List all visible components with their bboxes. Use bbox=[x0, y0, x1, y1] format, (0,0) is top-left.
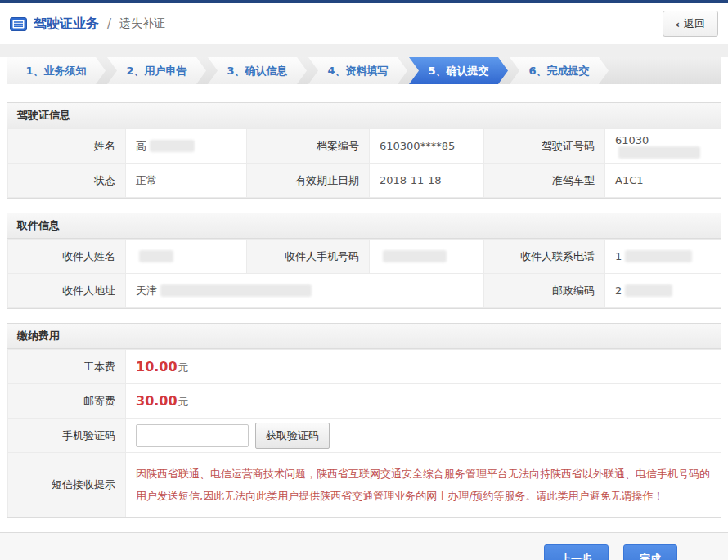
page-title: 驾驶证业务 bbox=[34, 16, 99, 33]
table-row: 收件人姓名收件人手机号码收件人联系电话1 bbox=[8, 240, 721, 274]
captcha-row: 手机验证码获取验证码 bbox=[8, 419, 721, 453]
field-recipient-phone-value: 1 bbox=[615, 250, 622, 262]
field-postage-fee-cell: 30.00元 bbox=[126, 384, 721, 419]
step-1: 1、业务须知 bbox=[7, 57, 106, 84]
redacted-blur bbox=[625, 284, 672, 297]
field-postal-code-label: 邮政编码 bbox=[484, 274, 605, 308]
redacted-blur bbox=[160, 284, 312, 297]
currency-unit: 元 bbox=[178, 396, 189, 408]
field-recipient-name-cell bbox=[126, 240, 247, 274]
previous-step-button[interactable]: 上一步 bbox=[544, 544, 609, 560]
field-name-value: 高 bbox=[136, 140, 146, 152]
field-status-cell: 正常 bbox=[126, 164, 247, 198]
notice-row: 短信接收提示因陕西省联通、电信运营商技术问题，陕西省互联网交通安全综合服务管理平… bbox=[8, 453, 721, 517]
section-title: 驾驶证信息 bbox=[7, 103, 721, 128]
footer-bar: 上一步 完成 bbox=[0, 532, 728, 560]
field-license-number-value: 61030 bbox=[615, 134, 649, 146]
redacted-blur bbox=[625, 250, 692, 262]
field-recipient-phone-label: 收件人联系电话 bbox=[484, 240, 605, 274]
section-title: 取件信息 bbox=[7, 213, 721, 239]
field-recipient-address-cell: 天津 bbox=[126, 274, 484, 308]
get-code-button[interactable]: 获取验证码 bbox=[255, 423, 330, 449]
header-divider bbox=[0, 44, 728, 57]
field-sms-code-label: 手机验证码 bbox=[8, 419, 126, 453]
field-vehicle-class-cell: A1C1 bbox=[605, 164, 721, 198]
field-postage-fee-amount: 30.00 bbox=[136, 393, 178, 409]
field-file-number-label: 档案编号 bbox=[247, 129, 370, 164]
section-1: 驾驶证信息姓名高档案编号610300****85驾驶证号码61030状态正常有效… bbox=[7, 102, 721, 199]
field-recipient-phone-cell: 1 bbox=[605, 240, 721, 274]
page: 驾驶证业务 / 遗失补证 ‹ 返回 1、业务须知2、用户申告3、确认信息4、资料… bbox=[0, 0, 728, 560]
field-status-value: 正常 bbox=[136, 174, 157, 186]
finish-button[interactable]: 完成 bbox=[623, 544, 677, 560]
step-6: 6、完成提交 bbox=[510, 57, 609, 84]
sms-code-input[interactable] bbox=[136, 424, 249, 447]
notice-cell: 因陕西省联通、电信运营商技术问题，陕西省互联网交通安全综合服务管理平台无法向持陕… bbox=[126, 453, 721, 517]
table-row: 收件人地址天津邮政编码2 bbox=[8, 274, 721, 308]
field-name-cell: 高 bbox=[126, 129, 247, 164]
currency-unit: 元 bbox=[178, 361, 189, 374]
main-content: 驾驶证信息姓名高档案编号610300****85驾驶证号码61030状态正常有效… bbox=[0, 84, 728, 532]
step-5: 5、确认提交 bbox=[409, 57, 508, 84]
section-title: 缴纳费用 bbox=[7, 324, 721, 349]
field-vehicle-class-value: A1C1 bbox=[615, 174, 644, 186]
header-bar: 驾驶证业务 / 遗失补证 ‹ 返回 bbox=[0, 3, 728, 44]
field-valid-until-value: 2018-11-18 bbox=[380, 174, 442, 186]
table-row: 姓名高档案编号610300****85驾驶证号码61030 bbox=[8, 129, 721, 164]
field-production-fee-label: 工本费 bbox=[8, 350, 126, 384]
captcha-cell: 获取验证码 bbox=[126, 419, 721, 453]
field-recipient-mobile-label: 收件人手机号码 bbox=[247, 240, 370, 274]
redacted-blur bbox=[139, 250, 173, 262]
field-postal-code-value: 2 bbox=[615, 284, 622, 297]
field-postage-fee-label: 邮寄费 bbox=[8, 384, 126, 419]
field-production-fee-amount: 10.00 bbox=[136, 359, 178, 374]
field-recipient-name-label: 收件人姓名 bbox=[8, 240, 126, 274]
redacted-blur bbox=[383, 250, 447, 262]
fee-row: 工本费10.00元 bbox=[8, 350, 721, 384]
field-license-number-cell: 61030 bbox=[605, 129, 721, 164]
field-postal-code-cell: 2 bbox=[605, 274, 721, 308]
table-row: 状态正常有效期止日期2018-11-18准驾车型A1C1 bbox=[8, 164, 721, 198]
field-name-label: 姓名 bbox=[8, 129, 126, 164]
sms-notice-text: 因陕西省联通、电信运营商技术问题，陕西省互联网交通安全综合服务管理平台无法向持陕… bbox=[136, 463, 711, 507]
field-valid-until-cell: 2018-11-18 bbox=[370, 164, 484, 198]
field-recipient-address-label: 收件人地址 bbox=[8, 274, 126, 308]
redacted-blur bbox=[150, 140, 195, 152]
field-recipient-address-value: 天津 bbox=[136, 284, 157, 297]
wizard-stepper: 1、业务须知2、用户申告3、确认信息4、资料填写5、确认提交6、完成提交 bbox=[7, 57, 721, 84]
step-3: 3、确认信息 bbox=[208, 57, 307, 84]
fee-row: 邮寄费30.00元 bbox=[8, 384, 721, 419]
field-recipient-mobile-cell bbox=[370, 240, 484, 274]
field-license-number-label: 驾驶证号码 bbox=[484, 129, 605, 164]
step-4: 4、资料填写 bbox=[308, 57, 407, 84]
back-button[interactable]: ‹ 返回 bbox=[663, 11, 718, 37]
field-file-number-value: 610300****85 bbox=[380, 140, 455, 152]
breadcrumb: 驾驶证业务 / 遗失补证 bbox=[10, 16, 165, 33]
field-file-number-cell: 610300****85 bbox=[370, 129, 484, 164]
breadcrumb-separator: / bbox=[107, 16, 111, 31]
chevron-left-icon: ‹ bbox=[676, 18, 680, 30]
list-form-icon bbox=[10, 17, 27, 31]
field-sms-notice-label: 短信接收提示 bbox=[8, 453, 126, 517]
redacted-blur bbox=[618, 146, 700, 159]
page-subtitle: 遗失补证 bbox=[119, 16, 165, 31]
field-status-label: 状态 bbox=[8, 164, 126, 198]
back-button-label: 返回 bbox=[684, 16, 705, 31]
field-production-fee-cell: 10.00元 bbox=[126, 350, 721, 384]
field-vehicle-class-label: 准驾车型 bbox=[484, 164, 605, 198]
section-2: 取件信息收件人姓名收件人手机号码收件人联系电话1收件人地址天津邮政编码2 bbox=[7, 213, 721, 309]
field-valid-until-label: 有效期止日期 bbox=[247, 164, 370, 198]
section-3: 缴纳费用工本费10.00元邮寄费30.00元手机验证码获取验证码短信接收提示因陕… bbox=[7, 323, 721, 518]
step-2: 2、用户申告 bbox=[107, 57, 206, 84]
